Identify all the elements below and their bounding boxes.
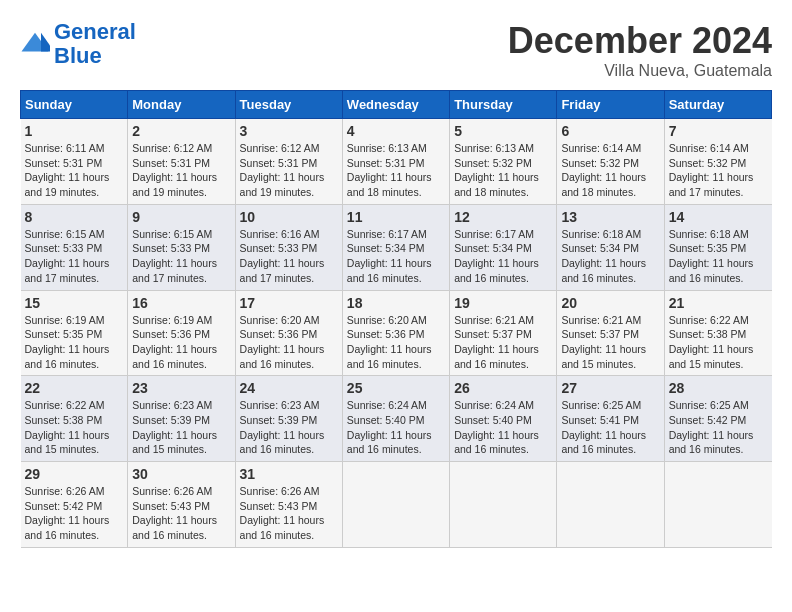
day-number: 7 (669, 123, 768, 139)
calendar-week-row: 29Sunrise: 6:26 AM Sunset: 5:42 PM Dayli… (21, 462, 772, 548)
day-info: Sunrise: 6:26 AM Sunset: 5:43 PM Dayligh… (132, 484, 230, 543)
day-number: 12 (454, 209, 552, 225)
day-number: 4 (347, 123, 445, 139)
day-info: Sunrise: 6:19 AM Sunset: 5:36 PM Dayligh… (132, 313, 230, 372)
calendar-week-row: 1Sunrise: 6:11 AM Sunset: 5:31 PM Daylig… (21, 119, 772, 205)
day-number: 16 (132, 295, 230, 311)
day-number: 27 (561, 380, 659, 396)
table-row: 22Sunrise: 6:22 AM Sunset: 5:38 PM Dayli… (21, 376, 128, 462)
day-number: 13 (561, 209, 659, 225)
calendar-header: Sunday Monday Tuesday Wednesday Thursday… (21, 91, 772, 119)
col-wednesday: Wednesday (342, 91, 449, 119)
table-row: 7Sunrise: 6:14 AM Sunset: 5:32 PM Daylig… (664, 119, 771, 205)
table-row: 26Sunrise: 6:24 AM Sunset: 5:40 PM Dayli… (450, 376, 557, 462)
table-row: 30Sunrise: 6:26 AM Sunset: 5:43 PM Dayli… (128, 462, 235, 548)
day-info: Sunrise: 6:16 AM Sunset: 5:33 PM Dayligh… (240, 227, 338, 286)
day-number: 15 (25, 295, 124, 311)
day-number: 14 (669, 209, 768, 225)
day-header-row: Sunday Monday Tuesday Wednesday Thursday… (21, 91, 772, 119)
calendar-week-row: 15Sunrise: 6:19 AM Sunset: 5:35 PM Dayli… (21, 290, 772, 376)
table-row: 5Sunrise: 6:13 AM Sunset: 5:32 PM Daylig… (450, 119, 557, 205)
title-block: December 2024 Villa Nueva, Guatemala (508, 20, 772, 80)
page-header: General Blue December 2024 Villa Nueva, … (20, 20, 772, 80)
table-row: 3Sunrise: 6:12 AM Sunset: 5:31 PM Daylig… (235, 119, 342, 205)
day-number: 17 (240, 295, 338, 311)
table-row: 8Sunrise: 6:15 AM Sunset: 5:33 PM Daylig… (21, 204, 128, 290)
table-row: 24Sunrise: 6:23 AM Sunset: 5:39 PM Dayli… (235, 376, 342, 462)
col-friday: Friday (557, 91, 664, 119)
day-info: Sunrise: 6:20 AM Sunset: 5:36 PM Dayligh… (347, 313, 445, 372)
day-info: Sunrise: 6:26 AM Sunset: 5:42 PM Dayligh… (25, 484, 124, 543)
day-number: 19 (454, 295, 552, 311)
day-info: Sunrise: 6:26 AM Sunset: 5:43 PM Dayligh… (240, 484, 338, 543)
table-row: 2Sunrise: 6:12 AM Sunset: 5:31 PM Daylig… (128, 119, 235, 205)
table-row (450, 462, 557, 548)
location: Villa Nueva, Guatemala (508, 62, 772, 80)
table-row: 23Sunrise: 6:23 AM Sunset: 5:39 PM Dayli… (128, 376, 235, 462)
col-thursday: Thursday (450, 91, 557, 119)
table-row: 1Sunrise: 6:11 AM Sunset: 5:31 PM Daylig… (21, 119, 128, 205)
day-info: Sunrise: 6:20 AM Sunset: 5:36 PM Dayligh… (240, 313, 338, 372)
month-year: December 2024 (508, 20, 772, 62)
day-info: Sunrise: 6:25 AM Sunset: 5:41 PM Dayligh… (561, 398, 659, 457)
day-info: Sunrise: 6:23 AM Sunset: 5:39 PM Dayligh… (132, 398, 230, 457)
calendar-body: 1Sunrise: 6:11 AM Sunset: 5:31 PM Daylig… (21, 119, 772, 548)
table-row: 20Sunrise: 6:21 AM Sunset: 5:37 PM Dayli… (557, 290, 664, 376)
logo-icon (20, 29, 50, 59)
calendar-week-row: 22Sunrise: 6:22 AM Sunset: 5:38 PM Dayli… (21, 376, 772, 462)
table-row: 15Sunrise: 6:19 AM Sunset: 5:35 PM Dayli… (21, 290, 128, 376)
day-number: 30 (132, 466, 230, 482)
table-row: 31Sunrise: 6:26 AM Sunset: 5:43 PM Dayli… (235, 462, 342, 548)
table-row: 21Sunrise: 6:22 AM Sunset: 5:38 PM Dayli… (664, 290, 771, 376)
day-info: Sunrise: 6:18 AM Sunset: 5:35 PM Dayligh… (669, 227, 768, 286)
day-number: 23 (132, 380, 230, 396)
day-info: Sunrise: 6:23 AM Sunset: 5:39 PM Dayligh… (240, 398, 338, 457)
day-info: Sunrise: 6:13 AM Sunset: 5:32 PM Dayligh… (454, 141, 552, 200)
day-info: Sunrise: 6:22 AM Sunset: 5:38 PM Dayligh… (669, 313, 768, 372)
day-number: 25 (347, 380, 445, 396)
table-row: 17Sunrise: 6:20 AM Sunset: 5:36 PM Dayli… (235, 290, 342, 376)
day-info: Sunrise: 6:17 AM Sunset: 5:34 PM Dayligh… (454, 227, 552, 286)
day-info: Sunrise: 6:13 AM Sunset: 5:31 PM Dayligh… (347, 141, 445, 200)
day-info: Sunrise: 6:24 AM Sunset: 5:40 PM Dayligh… (347, 398, 445, 457)
calendar-table: Sunday Monday Tuesday Wednesday Thursday… (20, 90, 772, 548)
day-number: 11 (347, 209, 445, 225)
col-monday: Monday (128, 91, 235, 119)
day-number: 31 (240, 466, 338, 482)
table-row: 27Sunrise: 6:25 AM Sunset: 5:41 PM Dayli… (557, 376, 664, 462)
logo-line1: General (54, 19, 136, 44)
day-number: 20 (561, 295, 659, 311)
table-row: 19Sunrise: 6:21 AM Sunset: 5:37 PM Dayli… (450, 290, 557, 376)
day-info: Sunrise: 6:15 AM Sunset: 5:33 PM Dayligh… (25, 227, 124, 286)
day-number: 29 (25, 466, 124, 482)
day-info: Sunrise: 6:24 AM Sunset: 5:40 PM Dayligh… (454, 398, 552, 457)
table-row: 18Sunrise: 6:20 AM Sunset: 5:36 PM Dayli… (342, 290, 449, 376)
day-number: 5 (454, 123, 552, 139)
table-row (557, 462, 664, 548)
day-info: Sunrise: 6:25 AM Sunset: 5:42 PM Dayligh… (669, 398, 768, 457)
day-info: Sunrise: 6:14 AM Sunset: 5:32 PM Dayligh… (561, 141, 659, 200)
table-row: 29Sunrise: 6:26 AM Sunset: 5:42 PM Dayli… (21, 462, 128, 548)
day-number: 22 (25, 380, 124, 396)
day-number: 6 (561, 123, 659, 139)
col-tuesday: Tuesday (235, 91, 342, 119)
day-number: 10 (240, 209, 338, 225)
table-row: 14Sunrise: 6:18 AM Sunset: 5:35 PM Dayli… (664, 204, 771, 290)
col-sunday: Sunday (21, 91, 128, 119)
day-number: 8 (25, 209, 124, 225)
day-info: Sunrise: 6:21 AM Sunset: 5:37 PM Dayligh… (454, 313, 552, 372)
day-info: Sunrise: 6:14 AM Sunset: 5:32 PM Dayligh… (669, 141, 768, 200)
day-info: Sunrise: 6:12 AM Sunset: 5:31 PM Dayligh… (132, 141, 230, 200)
day-info: Sunrise: 6:17 AM Sunset: 5:34 PM Dayligh… (347, 227, 445, 286)
day-info: Sunrise: 6:18 AM Sunset: 5:34 PM Dayligh… (561, 227, 659, 286)
table-row (342, 462, 449, 548)
day-info: Sunrise: 6:21 AM Sunset: 5:37 PM Dayligh… (561, 313, 659, 372)
day-number: 3 (240, 123, 338, 139)
day-info: Sunrise: 6:22 AM Sunset: 5:38 PM Dayligh… (25, 398, 124, 457)
day-number: 18 (347, 295, 445, 311)
day-number: 28 (669, 380, 768, 396)
day-number: 21 (669, 295, 768, 311)
table-row: 16Sunrise: 6:19 AM Sunset: 5:36 PM Dayli… (128, 290, 235, 376)
day-number: 1 (25, 123, 124, 139)
day-info: Sunrise: 6:15 AM Sunset: 5:33 PM Dayligh… (132, 227, 230, 286)
